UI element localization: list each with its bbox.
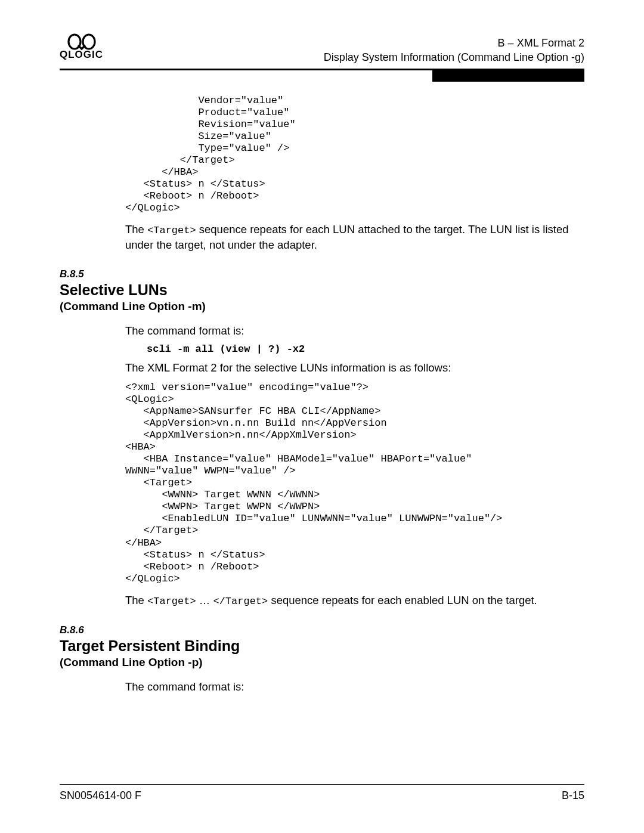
para2-post: sequence repeats for each enabled LUN on… (268, 594, 537, 606)
xml-intro-85: The XML Format 2 for the selective LUNs … (125, 361, 584, 376)
footer-left: SN0054614-00 F (60, 789, 141, 802)
footer: SN0054614-00 F B-15 (60, 784, 584, 802)
logo-text: QLOGIC (60, 49, 103, 61)
command-line-85: scli -m all (view | ?) -x2 (147, 343, 584, 355)
para2-pre: The (125, 594, 147, 606)
section-number-b85: B.8.5 (60, 268, 584, 280)
para2-code2: </Target> (213, 596, 268, 607)
header-black-bar (432, 70, 584, 82)
section-title-selective-luns: Selective LUNs (60, 281, 584, 299)
header-line1: B – XML Format 2 (324, 36, 584, 50)
footer-rule (60, 784, 584, 785)
para2-mid: … (196, 594, 213, 606)
para1-pre: The (125, 223, 147, 236)
section-title-target-binding: Target Persistent Binding (60, 637, 584, 655)
section-number-b86: B.8.6 (60, 624, 584, 636)
paragraph-target-repeat: The <Target> sequence repeats for each L… (125, 222, 584, 253)
cmd-intro-85: The command format is: (125, 324, 584, 339)
logo-icon (66, 33, 97, 50)
header-line2: Display System Information (Command Line… (324, 50, 584, 64)
header-right: B – XML Format 2 Display System Informat… (324, 36, 584, 65)
logo: QLOGIC (60, 33, 103, 61)
code-block-1: Vendor="value" Product="value" Revision=… (125, 95, 584, 214)
section-subtitle-p: (Command Line Option -p) (60, 656, 584, 669)
para1-code: <Target> (147, 225, 196, 236)
cmd-intro-86: The command format is: (125, 680, 584, 695)
section-subtitle-m: (Command Line Option -m) (60, 300, 584, 313)
para2-code1: <Target> (147, 596, 196, 607)
paragraph-target-repeat-2: The <Target> … </Target> sequence repeat… (125, 593, 584, 609)
code-block-2: <?xml version="value" encoding="value"?>… (125, 382, 584, 585)
footer-right: B-15 (562, 789, 584, 802)
